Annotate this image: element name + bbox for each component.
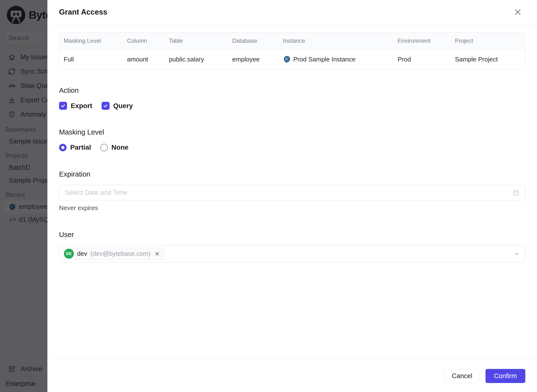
action-option-export: Export — [59, 102, 92, 110]
cell-project: Sample Project — [451, 49, 525, 69]
user-avatar: DE — [64, 249, 74, 259]
checkbox-label: Query — [113, 102, 133, 110]
modal-header: Grant Access — [47, 0, 537, 24]
selected-user-tag: DE dev (dev@bytebase.com) — [62, 247, 164, 260]
cell-column: amount — [123, 49, 165, 69]
action-section-title: Action — [59, 86, 525, 94]
postgresql-icon — [283, 55, 291, 63]
column-header: Database — [228, 33, 279, 49]
masking-section-title: Masking Level — [59, 128, 525, 136]
user-select[interactable]: DE dev (dev@bytebase.com) — [59, 245, 525, 262]
expiration-hint: Never expires — [59, 204, 525, 212]
cell-environment: Prod — [394, 49, 451, 69]
cell-database: employee — [228, 49, 279, 69]
modal-footer: Cancel Confirm — [47, 360, 537, 392]
grant-access-modal: Grant Access Masking Level Column Table … — [47, 0, 537, 392]
confirm-button[interactable]: Confirm — [485, 369, 525, 383]
masking-options: Partial None — [59, 144, 525, 151]
close-button[interactable] — [513, 8, 522, 17]
checkbox-label: Export — [71, 102, 92, 110]
column-header: Instance — [279, 33, 394, 49]
modal-title: Grant Access — [59, 8, 107, 17]
check-icon — [103, 103, 108, 108]
column-header: Environment — [394, 33, 451, 49]
action-options: Export Query — [59, 102, 525, 110]
calendar-icon[interactable] — [513, 189, 520, 196]
expiration-date-field — [59, 185, 525, 200]
cell-masking-level: Full — [59, 49, 123, 69]
cell-table: public.salary — [165, 49, 228, 69]
remove-user-button[interactable] — [154, 251, 160, 257]
expiration-section-title: Expiration — [59, 170, 525, 178]
none-radio[interactable] — [100, 144, 108, 151]
masking-option-none: None — [100, 144, 129, 151]
query-checkbox[interactable] — [102, 102, 110, 110]
partial-radio[interactable] — [59, 144, 67, 151]
table-row: Full amount public.salary employee — [59, 49, 525, 69]
check-icon — [61, 103, 66, 108]
export-checkbox[interactable] — [59, 102, 67, 110]
cell-instance: Prod Sample Instance — [279, 49, 394, 69]
radio-label: None — [112, 144, 129, 151]
radio-label: Partial — [70, 144, 91, 151]
user-name: dev — [77, 250, 87, 257]
table-header-row: Masking Level Column Table Database Inst… — [59, 33, 525, 49]
close-icon — [154, 251, 160, 257]
action-option-query: Query — [102, 102, 133, 110]
grant-summary-table: Masking Level Column Table Database Inst… — [59, 32, 525, 69]
close-icon — [513, 8, 522, 17]
user-section-title: User — [59, 231, 525, 239]
column-header: Column — [123, 33, 165, 49]
instance-name: Prod Sample Instance — [293, 56, 355, 63]
column-header: Project — [451, 33, 525, 49]
user-email: (dev@bytebase.com) — [90, 250, 151, 257]
expiration-date-input[interactable] — [59, 185, 525, 200]
masking-option-partial: Partial — [59, 144, 91, 151]
cancel-button[interactable]: Cancel — [444, 369, 480, 383]
column-header: Masking Level — [59, 33, 123, 49]
column-header: Table — [165, 33, 228, 49]
modal-body: Masking Level Column Table Database Inst… — [47, 24, 537, 360]
chevron-down-icon[interactable] — [513, 250, 520, 257]
